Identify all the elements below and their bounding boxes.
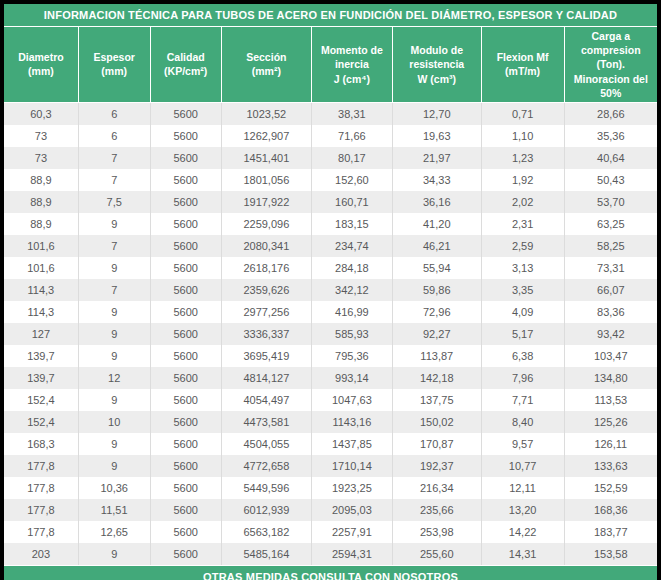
table-cell: 5,17 [481, 323, 564, 345]
table-cell: 3336,337 [221, 323, 311, 345]
column-header: Espesor (mm) [78, 27, 150, 103]
table-cell: 73,31 [564, 257, 657, 279]
table-cell: 9 [78, 257, 150, 279]
table-row: 177,810,3656005449,5961923,25216,3412,11… [4, 477, 657, 499]
table-row: 139,71256004814,127993,14142,187,96134,8… [4, 367, 657, 389]
table-cell: 1710,14 [311, 455, 392, 477]
table-cell: 5600 [150, 499, 221, 521]
table-cell: 60,3 [4, 103, 78, 125]
table-row: 177,8956004772,6581710,14192,3710,77133,… [4, 455, 657, 477]
column-header: Diametro (mm) [4, 27, 78, 103]
table-cell: 5600 [150, 411, 221, 433]
table-cell: 2259,096 [221, 213, 311, 235]
table-cell: 139,7 [4, 345, 78, 367]
table-cell: 127 [4, 323, 78, 345]
table-cell: 5449,596 [221, 477, 311, 499]
table-cell: 3695,419 [221, 345, 311, 367]
table-cell: 2977,256 [221, 301, 311, 323]
table-cell: 255,60 [392, 543, 481, 565]
table-cell: 6,38 [481, 345, 564, 367]
table-cell: 88,9 [4, 169, 78, 191]
table-cell: 416,99 [311, 301, 392, 323]
footer-note: OTRAS MEDIDAS CONSULTA CON NOSOTROS [4, 565, 657, 580]
column-header: Momento de inercia J (cm⁴) [311, 27, 392, 103]
table-cell: 10 [78, 411, 150, 433]
table-cell: 80,17 [311, 147, 392, 169]
table-cell: 88,9 [4, 191, 78, 213]
table-row: 139,7956003695,419795,36113,876,38103,47 [4, 345, 657, 367]
table-cell: 2095,03 [311, 499, 392, 521]
table-cell: 63,25 [564, 213, 657, 235]
table-cell: 2618,176 [221, 257, 311, 279]
table-cell: 5600 [150, 235, 221, 257]
table-cell: 7 [78, 169, 150, 191]
table-cell: 134,80 [564, 367, 657, 389]
table-cell: 142,18 [392, 367, 481, 389]
table-cell: 5600 [150, 103, 221, 125]
table-cell: 1451,401 [221, 147, 311, 169]
table-cell: 50,43 [564, 169, 657, 191]
table-cell: 35,36 [564, 125, 657, 147]
table-row: 88,9956002259,096183,1541,202,3163,25 [4, 213, 657, 235]
table-cell: 993,14 [311, 367, 392, 389]
table-cell: 7,5 [78, 191, 150, 213]
table-cell: 139,7 [4, 367, 78, 389]
table-cell: 5600 [150, 191, 221, 213]
table-cell: 12 [78, 367, 150, 389]
table-cell: 1,92 [481, 169, 564, 191]
table-cell: 6 [78, 125, 150, 147]
table-header-row: Diametro (mm)Espesor (mm)Calidad (KP/cm²… [4, 27, 657, 103]
table-cell: 4814,127 [221, 367, 311, 389]
table-cell: 216,34 [392, 477, 481, 499]
table-cell: 2,59 [481, 235, 564, 257]
table-cell: 203 [4, 543, 78, 565]
table-cell: 253,98 [392, 521, 481, 543]
table-cell: 101,6 [4, 257, 78, 279]
table-cell: 11,51 [78, 499, 150, 521]
table-cell: 40,64 [564, 147, 657, 169]
table-row: 88,9756001801,056152,6034,331,9250,43 [4, 169, 657, 191]
table-cell: 9 [78, 433, 150, 455]
table-row: 152,41056004473,5811143,16150,028,40125,… [4, 411, 657, 433]
table-cell: 1,23 [481, 147, 564, 169]
table-cell: 12,70 [392, 103, 481, 125]
table-cell: 177,8 [4, 455, 78, 477]
table-cell: 2080,341 [221, 235, 311, 257]
table-cell: 113,53 [564, 389, 657, 411]
table-cell: 9 [78, 323, 150, 345]
table-cell: 5600 [150, 477, 221, 499]
table-cell: 168,3 [4, 433, 78, 455]
column-header: Sección (mm²) [221, 27, 311, 103]
table-cell: 9 [78, 543, 150, 565]
table-cell: 21,97 [392, 147, 481, 169]
table-cell: 103,47 [564, 345, 657, 367]
table-cell: 1262,907 [221, 125, 311, 147]
table-cell: 5600 [150, 389, 221, 411]
table-cell: 168,36 [564, 499, 657, 521]
table-cell: 14,22 [481, 521, 564, 543]
table-cell: 2257,91 [311, 521, 392, 543]
table-cell: 5600 [150, 323, 221, 345]
table-cell: 585,93 [311, 323, 392, 345]
table-cell: 13,20 [481, 499, 564, 521]
table-cell: 192,37 [392, 455, 481, 477]
table-cell: 9,57 [481, 433, 564, 455]
table-cell: 1801,056 [221, 169, 311, 191]
table-cell: 137,75 [392, 389, 481, 411]
table-cell: 152,59 [564, 477, 657, 499]
table-cell: 12,11 [481, 477, 564, 499]
table-cell: 1437,85 [311, 433, 392, 455]
table-cell: 4473,581 [221, 411, 311, 433]
table-cell: 5600 [150, 279, 221, 301]
table-cell: 93,42 [564, 323, 657, 345]
table-cell: 14,31 [481, 543, 564, 565]
table-cell: 7 [78, 147, 150, 169]
table-cell: 2359,626 [221, 279, 311, 301]
table-cell: 3,35 [481, 279, 564, 301]
table-cell: 342,12 [311, 279, 392, 301]
table-cell: 284,18 [311, 257, 392, 279]
table-cell: 71,66 [311, 125, 392, 147]
table-cell: 7,96 [481, 367, 564, 389]
table-cell: 73 [4, 147, 78, 169]
table-cell: 46,21 [392, 235, 481, 257]
